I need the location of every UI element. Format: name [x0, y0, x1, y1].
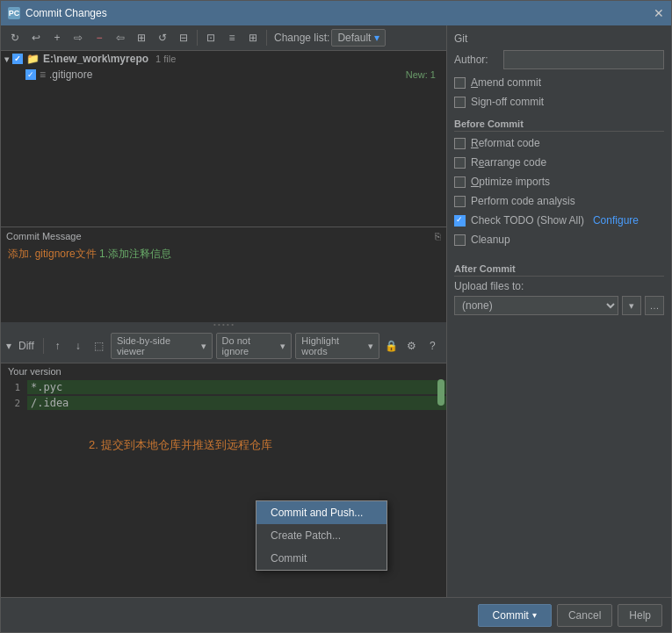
dialog-title: Commit Changes	[25, 7, 107, 19]
author-row: Author:	[454, 50, 664, 69]
optimize-imports-checkbox[interactable]	[454, 176, 466, 188]
add-button[interactable]: +	[47, 28, 67, 47]
changelist-dropdown[interactable]: Default ▾	[331, 29, 386, 47]
diff-next-button[interactable]: ↓	[69, 337, 86, 355]
configure-link[interactable]: Configure	[593, 214, 639, 227]
diff-title: ▾	[6, 340, 11, 352]
optimize-imports-label: Optimize imports	[471, 176, 550, 188]
line-num-1: 1	[1, 382, 27, 393]
code-analysis-row: Perform code analysis	[454, 193, 664, 209]
signoff-commit-row: Sign-off commit	[454, 94, 664, 110]
remove-button[interactable]: −	[90, 28, 109, 47]
after-commit-section: After Commit Upload files to: (none) ▾ …	[454, 258, 664, 315]
code-analysis-label: Perform code analysis	[471, 195, 575, 207]
signoff-commit-checkbox[interactable]	[454, 97, 466, 108]
parent-checkbox[interactable]	[12, 54, 23, 64]
commit-message-section: Commit Message ⎘ 添加. gitignore文件 1.添加注释信…	[1, 227, 446, 322]
refresh-button[interactable]: ↻	[5, 28, 25, 47]
reformat-code-checkbox[interactable]	[454, 138, 466, 149]
file-icon: ≡	[40, 68, 46, 81]
context-menu-item-create-patch[interactable]: Create Patch...	[257, 524, 387, 547]
jump-button[interactable]: ⇦	[111, 28, 130, 47]
file-tree: ▾ 📁 E:\new_work\myrepo 1 file ≡ .gitigno…	[1, 51, 446, 227]
diff-prev-button[interactable]: ↑	[49, 337, 66, 355]
group-button[interactable]: ≡	[222, 28, 242, 47]
help-button[interactable]: Help	[618, 604, 662, 627]
dropdown-arrow-icon: ▾	[374, 32, 379, 44]
commit-changes-dialog: PC Commit Changes ✕ ↻ ↩ + ⇨ − ⇦ ⊞ ↺ ⊟ ⊡ …	[0, 0, 672, 633]
highlight-dropdown-icon: ▾	[368, 341, 373, 352]
commit-message-title: Commit Message	[6, 231, 82, 241]
before-commit-header: Before Commit	[454, 119, 664, 132]
git-section-title: Git	[454, 32, 664, 45]
diff-help-button[interactable]: ?	[424, 337, 441, 355]
cancel-button[interactable]: Cancel	[557, 604, 612, 627]
context-menu-item-commit-push[interactable]: Commit and Push...	[257, 501, 387, 524]
amend-commit-label: Amend commit	[471, 76, 541, 89]
upload-settings-button[interactable]: ▾	[622, 296, 641, 315]
right-panel: Git Author: Amend commit Sign-off commit…	[447, 25, 671, 597]
upload-label: Upload files to:	[454, 280, 664, 292]
app-icon: PC	[8, 7, 20, 19]
file-name: .gitignore	[49, 68, 92, 81]
author-input[interactable]	[503, 50, 664, 69]
viewer-label: Side-by-side viewer	[117, 335, 199, 356]
diff-line-2: 2 /.idea	[1, 395, 446, 411]
separator-1	[197, 30, 198, 46]
diff-label: Diff	[18, 340, 34, 352]
commit-button[interactable]: Commit ▾	[478, 604, 552, 627]
revert-button[interactable]: ↩	[26, 28, 46, 47]
sort-button[interactable]: ⊟	[174, 28, 193, 47]
rearrange-code-row: Rearrange code	[454, 155, 664, 170]
context-menu-item-commit[interactable]: Commit	[257, 547, 387, 570]
highlight-label: Highlight words	[301, 335, 365, 356]
check-todo-label: Check TODO (Show All)	[471, 214, 584, 227]
commit-dropdown-arrow[interactable]: ▾	[532, 610, 537, 620]
bottom-bar: Commit ▾ Cancel Help	[1, 597, 671, 632]
diff-lock-button[interactable]: 🔒	[383, 337, 400, 355]
cleanup-row: Cleanup	[454, 232, 664, 248]
cleanup-label: Cleanup	[471, 234, 510, 246]
context-menu: Commit and Push... Create Patch... Commi…	[256, 500, 387, 571]
after-commit-header: After Commit	[454, 263, 664, 277]
code-analysis-checkbox[interactable]	[454, 196, 466, 207]
diff-viewer-dropdown[interactable]: Side-by-side viewer ▾	[111, 333, 213, 359]
file-tree-parent-row[interactable]: ▾ 📁 E:\new_work\myrepo 1 file	[1, 51, 446, 67]
diff-ignore-dropdown[interactable]: Do not ignore ▾	[216, 333, 293, 359]
undo-button[interactable]: ↺	[153, 28, 172, 47]
toolbar: ↻ ↩ + ⇨ − ⇦ ⊞ ↺ ⊟ ⊡ ≡ ⊞ Change list: Def…	[1, 25, 446, 51]
cleanup-checkbox[interactable]	[454, 234, 466, 246]
filter-button[interactable]: ⊞	[243, 28, 263, 47]
move-right-button[interactable]: ⇨	[69, 28, 88, 47]
commit-label: Commit	[493, 609, 529, 622]
separator-2	[266, 30, 267, 46]
diff-button[interactable]: ⊡	[201, 28, 220, 47]
child-checkbox[interactable]	[25, 69, 36, 80]
diff-highlight-dropdown[interactable]: Highlight words ▾	[295, 333, 379, 359]
commit-message-area[interactable]: 添加. gitignore文件 1.添加注释信息	[1, 243, 446, 322]
title-bar: PC Commit Changes ✕	[1, 1, 671, 25]
parent-path: E:\new_work\myrepo	[43, 53, 148, 65]
check-todo-checkbox[interactable]	[454, 215, 466, 227]
upload-extra-button[interactable]: …	[645, 296, 664, 315]
amend-commit-checkbox[interactable]	[454, 77, 466, 89]
changelist-label: Change list:	[274, 32, 329, 44]
ignore-label: Do not ignore	[222, 335, 278, 356]
copy-icon[interactable]: ⎘	[435, 231, 441, 241]
close-icon[interactable]: ✕	[654, 6, 664, 20]
commit-msg-chinese: 添加. gitignore文件	[8, 248, 97, 260]
line-content-1: *.pyc	[27, 380, 446, 394]
upload-row: (none) ▾ …	[454, 296, 664, 315]
diff-separator-1	[43, 338, 44, 354]
amend-commit-row: Amend commit	[454, 75, 664, 90]
author-label: Author:	[454, 54, 498, 66]
rearrange-code-checkbox[interactable]	[454, 157, 466, 169]
line-num-2: 2	[1, 398, 27, 409]
file-count-badge: 1 file	[155, 54, 176, 64]
new-count: New: 1	[406, 69, 443, 80]
diff-settings-button[interactable]: ⚙	[403, 337, 420, 355]
expand-button[interactable]: ⊞	[132, 28, 151, 47]
diff-file-button[interactable]: ⬚	[90, 337, 107, 355]
upload-dropdown[interactable]: (none)	[454, 296, 618, 315]
file-tree-child-row[interactable]: ≡ .gitignore New: 1	[1, 67, 446, 83]
